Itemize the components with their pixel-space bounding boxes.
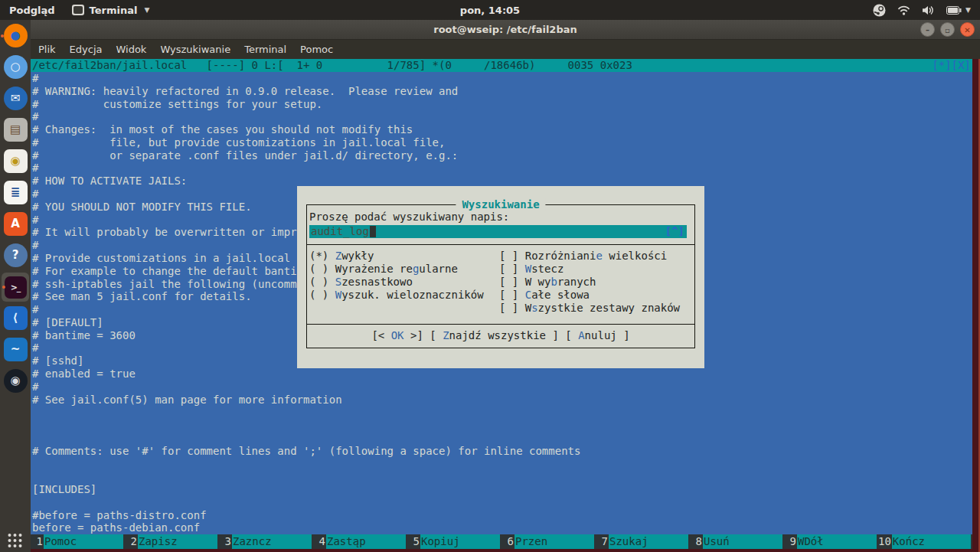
fkey-label: Przen <box>514 534 594 549</box>
text-cursor <box>370 226 376 237</box>
launcher-item-files[interactable]: ▤ <box>0 114 31 145</box>
launcher-item-thunderbird[interactable]: ✉ <box>0 83 31 114</box>
fkey-label: Zastąp <box>326 534 406 549</box>
fkey-3[interactable]: 3Zazncz <box>219 534 313 549</box>
hotkey-letter: W <box>335 289 341 301</box>
radio-option-1[interactable]: ( ) Wyrażenie regularne <box>309 263 499 276</box>
dialog-button-ok[interactable]: [< OK >] <box>371 329 423 341</box>
app-menu-button[interactable]: Terminal ▼ <box>72 5 150 16</box>
search-dialog-title: Wyszukiwanie <box>456 198 545 211</box>
fkey-label: Szukaj <box>609 534 688 549</box>
radio-option-3[interactable]: ( ) Wyszuk. wieloznaczników <box>309 289 499 302</box>
fkey-label: Pomoc <box>44 534 123 549</box>
dialog-button-cancel[interactable]: [ Anuluj ] <box>565 329 629 341</box>
window-controls: – ▫ ✕ <box>920 22 975 37</box>
firefox-running-indicator <box>1 34 4 38</box>
mysql-workbench-icon: ~ <box>4 338 28 361</box>
maximize-button[interactable]: ▫ <box>940 22 955 37</box>
fkey-5[interactable]: 5Kopiuj <box>407 534 501 549</box>
dialog-button-find-all[interactable]: [ Znajdź wszystkie ] <box>430 329 559 341</box>
fkey-label: Zazncz <box>232 534 312 549</box>
launcher-item-firefox[interactable]: ● <box>0 20 31 51</box>
files-icon: ▤ <box>4 118 28 142</box>
radio-option-2[interactable]: ( ) Szesnastkowo <box>309 276 499 289</box>
fkey-4[interactable]: 4Zastąp <box>313 534 407 549</box>
menu-item-1[interactable]: Edycja <box>63 44 109 55</box>
editor-header-buttons[interactable]: [*][X] <box>932 59 971 72</box>
checkbox-marker: [ ] <box>499 302 518 314</box>
steam-tray-icon[interactable] <box>873 4 886 17</box>
launcher-item-help[interactable]: ? <box>0 240 31 271</box>
fkey-2[interactable]: 2Zapisz <box>125 534 219 549</box>
fkey-label: WDół <box>797 534 877 549</box>
search-input-value: audit_log <box>309 225 369 238</box>
title-bar[interactable]: root@wseip: /etc/fail2ban – ▫ ✕ <box>31 20 980 40</box>
radio-marker: ( ) <box>309 276 328 288</box>
search-dialog: Wyszukiwanie Proszę podać wyszukiwany na… <box>297 186 704 368</box>
launcher-item-terminal[interactable]: >_ <box>2 273 29 302</box>
fkey-number: 3 <box>219 534 232 549</box>
editor-header-status: /etc/fail2ban/jail.local [----] 0 L:[ 1+… <box>32 59 632 72</box>
search-dialog-frame: Wyszukiwanie Proszę podać wyszukiwany na… <box>306 204 695 348</box>
checkbox-option-4[interactable]: [ ] Wszystkie zestawy znaków <box>499 302 680 315</box>
search-flag-options: [ ] Rozróżnianie wielkości[ ] Wstecz[ ] … <box>499 250 680 315</box>
hotkey-letter: C <box>525 289 531 301</box>
fkey-10[interactable]: 10Kończ <box>878 534 972 549</box>
fkey-label: Kopiuj <box>420 534 500 549</box>
search-options: (*) Zwykły( ) Wyrażenie regularne( ) Sze… <box>307 244 694 324</box>
search-mode-options: (*) Zwykły( ) Wyrażenie regularne( ) Sze… <box>309 250 499 315</box>
ubuntu-software-icon: A <box>4 212 28 236</box>
fkey-1[interactable]: 1Pomoc <box>31 534 125 549</box>
launcher-item-rhythmbox[interactable]: ◉ <box>0 145 31 177</box>
fkey-8[interactable]: 8Usuń <box>690 534 784 549</box>
fkey-7[interactable]: 7Szukaj <box>596 534 690 549</box>
wifi-icon[interactable] <box>897 5 910 15</box>
launcher-item-steam[interactable]: ◉ <box>0 365 31 397</box>
system-tray[interactable]: ▼ <box>873 4 980 17</box>
help-icon: ? <box>4 243 28 267</box>
radio-marker: (*) <box>309 250 328 262</box>
hotkey-letter: e <box>596 250 602 262</box>
function-key-bar: 1Pomoc2Zapisz3Zazncz4Zastąp5Kopiuj6Przen… <box>31 534 972 549</box>
chromium-browser-icon: ○ <box>4 55 28 79</box>
checkbox-marker: [ ] <box>499 289 518 301</box>
search-input[interactable]: audit_log [^] <box>309 225 687 238</box>
launcher-item-libreoffice-writer[interactable]: ≣ <box>0 177 31 208</box>
terminal-running-indicator <box>2 286 5 289</box>
launcher-item-chromium-browser[interactable]: ○ <box>0 51 31 83</box>
activities-button[interactable]: Podgląd <box>0 0 64 20</box>
launcher-item-vscode[interactable]: ⟨ <box>0 302 31 334</box>
fkey-9[interactable]: 9WDół <box>784 534 878 549</box>
volume-icon[interactable] <box>922 5 935 15</box>
fkey-number: 5 <box>407 534 420 549</box>
checkbox-option-3[interactable]: [ ] Całe słowa <box>499 289 680 302</box>
hotkey-letter: Z <box>335 250 341 262</box>
top-bar: Podgląd Terminal ▼ pon, 14:05 <box>0 0 980 20</box>
fkey-number: 6 <box>501 534 514 549</box>
window-title: root@wseip: /etc/fail2ban <box>433 24 577 35</box>
show-applications-button[interactable] <box>8 534 23 548</box>
editor-header: /etc/fail2ban/jail.local [----] 0 L:[ 1+… <box>31 59 972 72</box>
minimize-button[interactable]: – <box>920 22 935 37</box>
menu-item-5[interactable]: Pomoc <box>293 44 340 55</box>
menu-item-0[interactable]: Plik <box>31 44 63 55</box>
close-button[interactable]: ✕ <box>960 22 975 37</box>
battery-icon[interactable]: ▼ <box>946 6 971 15</box>
fkey-number: 7 <box>596 534 609 549</box>
fkey-6[interactable]: 6Przen <box>501 534 596 549</box>
history-dropdown-button[interactable]: [^] <box>665 225 687 238</box>
menu-item-3[interactable]: Wyszukiwanie <box>153 44 237 55</box>
checkbox-option-0[interactable]: [ ] Rozróżnianie wielkości <box>499 250 680 263</box>
checkbox-option-2[interactable]: [ ] W wybranych <box>499 276 680 289</box>
libreoffice-writer-icon: ≣ <box>4 181 28 204</box>
clock[interactable]: pon, 14:05 <box>460 5 520 16</box>
launcher-item-ubuntu-software[interactable]: A <box>0 208 31 240</box>
radio-option-0[interactable]: (*) Zwykły <box>309 250 499 263</box>
checkbox-marker: [ ] <box>499 263 518 275</box>
checkbox-option-1[interactable]: [ ] Wstecz <box>499 263 680 276</box>
menu-item-4[interactable]: Terminal <box>237 44 293 55</box>
radio-marker: ( ) <box>309 263 328 275</box>
menu-item-2[interactable]: Widok <box>109 44 153 55</box>
terminal-app-icon <box>72 5 84 15</box>
launcher-item-mysql-workbench[interactable]: ~ <box>0 334 31 365</box>
